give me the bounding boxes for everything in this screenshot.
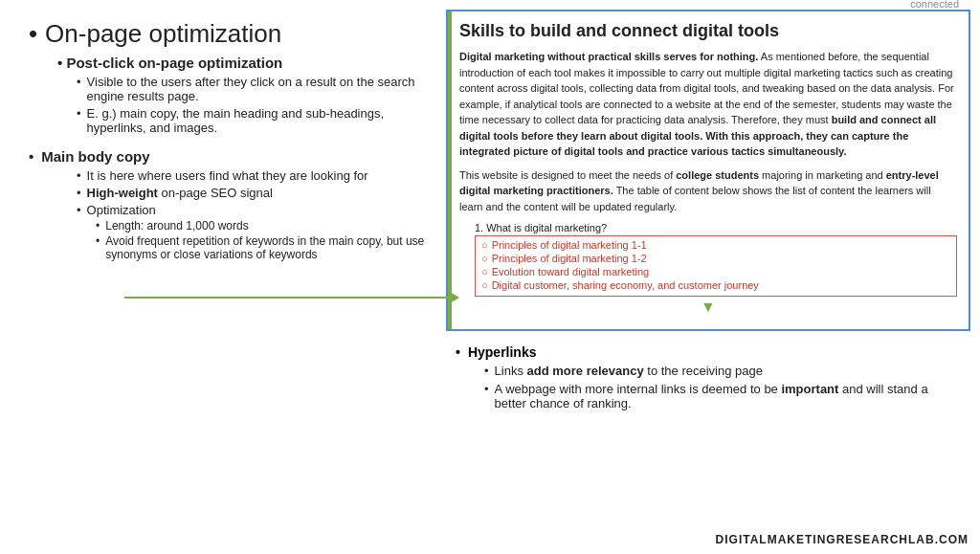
eg-main-copy-bullet: • E. g.) main copy, the main heading and…: [77, 106, 431, 135]
toc-link-4: ○ Digital customer, sharing economy, and…: [481, 279, 950, 291]
hyperlinks-section: • Hyperlinks • Links add more relevancy …: [446, 344, 970, 414]
toc-link-1: ○ Principles of digital marketing 1-1: [481, 239, 950, 251]
opt-avoid-text: Avoid frequent repetition of keywords in…: [105, 234, 431, 261]
optimization-section: • Optimization • Length: around 1,000 wo…: [77, 203, 431, 261]
on-page-optimization-bullet: • On-page optimization: [29, 19, 431, 49]
main-body-label: • Main body copy: [29, 148, 431, 165]
toc-link-3: ○ Evolution toward digital marketing: [481, 266, 950, 277]
right-panel: connected Skills to build and connect di…: [440, 0, 980, 554]
visible-users-text: Visible to the users after they click on…: [87, 75, 431, 103]
eg-main-copy-text: E. g.) main copy, the main heading and s…: [87, 106, 431, 135]
visible-users-bullet: • Visible to the users after they click …: [77, 75, 431, 103]
toc-links-box: ○ Principles of digital marketing 1-1 ○ …: [475, 235, 957, 297]
on-page-optimization-label: On-page optimization: [45, 19, 281, 49]
skills-body-para1: Digital marketing without practical skil…: [459, 49, 957, 160]
hyperlinks-item-2: • A webpage with more internal links is …: [484, 382, 961, 410]
skills-body-para2: This website is designed to meet the nee…: [459, 167, 957, 215]
arrow-line: [124, 297, 452, 299]
opt-length: • Length: around 1,000 words: [96, 219, 431, 233]
post-click-bullet: • Post-click on-page optimization: [57, 55, 431, 71]
post-click-char: •: [57, 55, 66, 71]
main-body-item-1: • It is here where users find what they …: [77, 168, 431, 183]
connected-label: connected: [910, 0, 959, 10]
skills-card-title: Skills to build and connect digital tool…: [459, 21, 957, 41]
down-arrow-icon: ▼: [459, 299, 957, 316]
main-body-item-2: • High-weight on-page SEO signal: [77, 186, 431, 200]
optimization-label: • Optimization: [77, 203, 431, 217]
toc-header: 1. What is digital marketing?: [475, 222, 957, 233]
main-body-list: • It is here where users find what they …: [77, 168, 431, 200]
hyperlinks-label: • Hyperlinks: [456, 344, 961, 360]
opt-length-text: Length: around 1,000 words: [105, 219, 248, 233]
hyperlinks-label-text: Hyperlinks: [468, 344, 537, 360]
toc-section: 1. What is digital marketing? ○ Principl…: [459, 222, 957, 316]
optimization-sub-list: • Length: around 1,000 words • Avoid fre…: [96, 219, 431, 261]
footer-label: digitalmaketingresearchlab.com: [716, 533, 969, 546]
skills-card: connected Skills to build and connect di…: [446, 10, 970, 331]
main-body-label-text: Main body copy: [41, 148, 149, 165]
main-body-section: • Main body copy • It is here where user…: [29, 148, 431, 261]
opt-avoid: • Avoid frequent repetition of keywords …: [96, 234, 431, 261]
post-click-label: Post-click on-page optimization: [66, 55, 282, 71]
left-panel: • On-page optimization • Post-click on-p…: [0, 0, 440, 554]
toc-link-2: ○ Principles of digital marketing 1-2: [481, 253, 950, 264]
hyperlinks-item-1: • Links add more relevancy to the receiv…: [484, 364, 961, 378]
optimization-text: Optimization: [87, 203, 156, 217]
green-left-bar: [448, 11, 452, 329]
